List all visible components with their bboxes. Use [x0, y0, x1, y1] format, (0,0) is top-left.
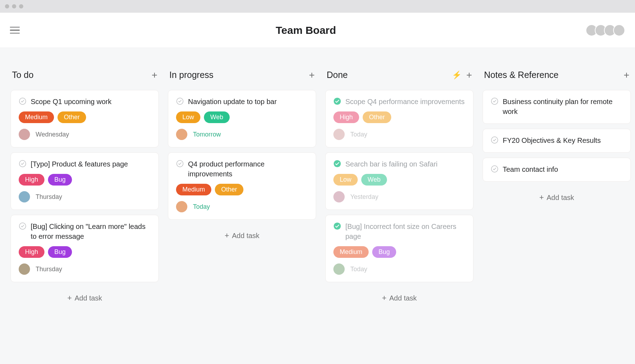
- tag[interactable]: Medium: [176, 184, 211, 195]
- member-avatar[interactable]: [613, 24, 625, 36]
- board: To do+Scope Q1 upcoming workMediumOtherW…: [0, 48, 635, 309]
- add-card-icon[interactable]: +: [624, 70, 629, 80]
- tag[interactable]: Low: [333, 174, 358, 186]
- assignee-avatar[interactable]: [19, 263, 30, 275]
- traffic-light-close[interactable]: [5, 4, 9, 8]
- column-title: Done: [327, 70, 348, 80]
- member-avatars[interactable]: [588, 24, 625, 36]
- check-incomplete-icon[interactable]: [176, 97, 184, 105]
- due-date: Thursday: [36, 193, 62, 201]
- add-task-button[interactable]: +Add task: [325, 287, 473, 309]
- assignee-avatar[interactable]: [19, 191, 30, 202]
- task-title: FY20 Objectives & Key Results: [503, 135, 601, 145]
- task-title: Team contact info: [503, 164, 558, 174]
- tag[interactable]: Other: [215, 184, 243, 195]
- due-date: Yesterday: [350, 193, 378, 201]
- tag[interactable]: High: [333, 111, 359, 123]
- tag[interactable]: Bug: [372, 246, 396, 258]
- add-task-label: Add task: [232, 232, 260, 240]
- task-card[interactable]: Navigation update to top barLowWebTomorr…: [168, 90, 316, 147]
- check-complete-icon[interactable]: [333, 97, 341, 105]
- window-titlebar: [0, 0, 635, 13]
- add-task-button[interactable]: +Add task: [483, 187, 631, 208]
- assignee-avatar[interactable]: [176, 129, 187, 140]
- plus-icon: +: [382, 293, 387, 303]
- task-meta: Yesterday: [333, 191, 465, 202]
- check-incomplete-icon[interactable]: [19, 97, 26, 105]
- task-meta: Thursday: [19, 263, 151, 275]
- column-header: Notes & Reference+: [483, 70, 631, 80]
- add-task-label: Add task: [389, 294, 417, 302]
- task-card[interactable]: Business continuity plan for remote work: [483, 90, 631, 124]
- hamburger-menu-icon[interactable]: [10, 24, 23, 37]
- task-card[interactable]: FY20 Objectives & Key Results: [483, 129, 631, 153]
- tag[interactable]: Web: [204, 111, 230, 123]
- tag[interactable]: High: [19, 174, 44, 186]
- task-card[interactable]: Search bar is failing on SafariLowWebYes…: [325, 152, 473, 210]
- task-title: [Bug] Incorrect font size on Careers pag…: [345, 222, 465, 241]
- check-incomplete-icon[interactable]: [491, 165, 498, 173]
- app-header: Team Board: [0, 13, 635, 48]
- tag[interactable]: High: [19, 246, 44, 258]
- check-incomplete-icon[interactable]: [19, 222, 26, 230]
- automation-bolt-icon[interactable]: ⚡: [452, 71, 461, 80]
- tag[interactable]: Bug: [48, 174, 72, 186]
- task-card[interactable]: [Typo] Product & features pageHighBugThu…: [11, 152, 159, 210]
- add-card-icon[interactable]: +: [309, 70, 315, 80]
- task-card[interactable]: [Bug] Incorrect font size on Careers pag…: [325, 215, 473, 282]
- tag[interactable]: Other: [58, 111, 86, 123]
- add-card-icon[interactable]: +: [152, 70, 157, 80]
- due-date: Today: [350, 131, 367, 138]
- assignee-avatar[interactable]: [19, 129, 30, 140]
- task-tags: HighBug: [19, 246, 151, 258]
- check-incomplete-icon[interactable]: [176, 160, 184, 168]
- check-complete-icon[interactable]: [333, 160, 341, 168]
- task-tags: HighBug: [19, 174, 151, 186]
- task-meta: Today: [333, 263, 465, 275]
- task-card[interactable]: Q4 product performance improvementsMediu…: [168, 152, 316, 220]
- task-title: [Bug] Clicking on "Learn more" leads to …: [31, 222, 151, 241]
- task-card[interactable]: Scope Q4 performance improvementsHighOth…: [325, 90, 473, 147]
- task-meta: Today: [333, 129, 465, 140]
- task-title: Search bar is failing on Safari: [345, 159, 437, 169]
- column-header: In progress+: [168, 70, 316, 80]
- add-task-label: Add task: [75, 294, 102, 302]
- assignee-avatar[interactable]: [176, 201, 187, 212]
- board-column: Notes & Reference+Business continuity pl…: [483, 70, 631, 208]
- traffic-light-minimize[interactable]: [12, 4, 16, 8]
- check-incomplete-icon[interactable]: [491, 97, 498, 105]
- assignee-avatar[interactable]: [333, 191, 345, 202]
- board-column: In progress+Navigation update to top bar…: [168, 70, 316, 247]
- tag[interactable]: Other: [363, 111, 391, 123]
- task-card[interactable]: [Bug] Clicking on "Learn more" leads to …: [11, 215, 159, 282]
- column-header: To do+: [11, 70, 159, 80]
- tag[interactable]: Low: [176, 111, 200, 123]
- assignee-avatar[interactable]: [333, 129, 345, 140]
- task-tags: MediumOther: [19, 111, 151, 123]
- tag[interactable]: Bug: [48, 246, 72, 258]
- task-meta: Today: [176, 201, 308, 212]
- task-title: Navigation update to top bar: [188, 97, 277, 107]
- column-title: In progress: [169, 70, 213, 80]
- traffic-light-zoom[interactable]: [19, 4, 23, 8]
- task-meta: Wednesday: [19, 129, 151, 140]
- plus-icon: +: [225, 231, 229, 240]
- tag[interactable]: Web: [361, 174, 387, 186]
- tag[interactable]: Medium: [19, 111, 54, 123]
- check-incomplete-icon[interactable]: [491, 136, 498, 144]
- task-card[interactable]: Scope Q1 upcoming workMediumOtherWednesd…: [11, 90, 159, 147]
- task-tags: MediumBug: [333, 246, 465, 258]
- assignee-avatar[interactable]: [333, 263, 345, 275]
- task-title: Q4 product performance improvements: [188, 159, 308, 179]
- board-title: Team Board: [276, 24, 336, 36]
- due-date: Today: [350, 266, 367, 273]
- add-task-button[interactable]: +Add task: [168, 225, 316, 247]
- task-card[interactable]: Team contact info: [483, 158, 631, 182]
- add-card-icon[interactable]: +: [466, 70, 472, 80]
- due-date: Tomorrow: [193, 131, 221, 138]
- task-meta: Thursday: [19, 191, 151, 202]
- add-task-button[interactable]: +Add task: [11, 287, 159, 309]
- check-complete-icon[interactable]: [333, 222, 341, 230]
- tag[interactable]: Medium: [333, 246, 369, 258]
- check-incomplete-icon[interactable]: [19, 160, 26, 168]
